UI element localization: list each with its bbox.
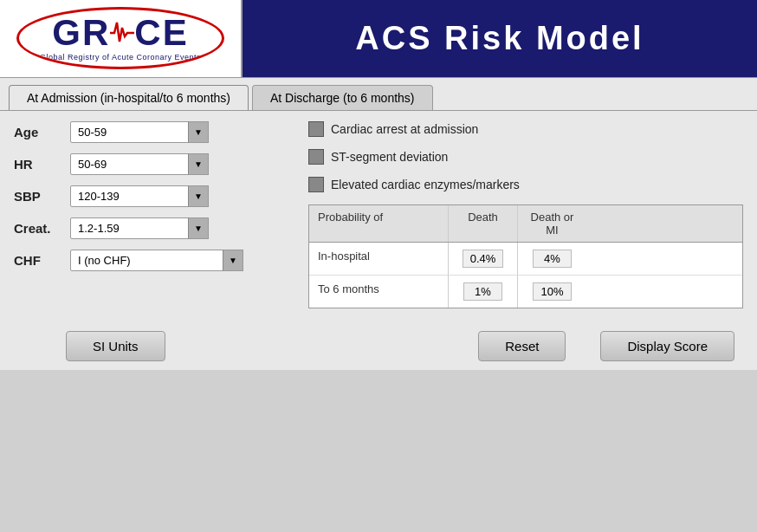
age-select-wrapper: 50-59 <40 40-49 60-69 70-79 80-89 >=90 ▼ [70,121,209,143]
cardiac-arrest-checkbox[interactable] [308,121,324,137]
creat-label: Creat. [14,221,70,236]
creat-select-wrapper: 1.2-1.59 0-0.39 0.4-0.79 0.8-1.19 1.6-1.… [70,217,209,239]
creat-row: Creat. 1.2-1.59 0-0.39 0.4-0.79 0.8-1.19… [14,217,291,239]
age-select[interactable]: 50-59 <40 40-49 60-69 70-79 80-89 >=90 [70,121,209,143]
prob-6months-death-mi-value: 10% [533,282,572,301]
creat-select[interactable]: 1.2-1.59 0-0.39 0.4-0.79 0.8-1.19 1.6-1.… [70,217,209,239]
bottom-bar: SI Units Reset Display Score [0,319,757,370]
prob-table-header: Probability of Death Death or MI [309,205,742,243]
logo-subtitle: Global Registry of Acute Coronary Events [40,53,201,62]
hr-select-wrapper: 50-69 <50 70-89 90-109 110-149 150-199 >… [70,153,209,175]
prob-inhospital-death-mi: 4% [517,243,586,275]
hr-select[interactable]: 50-69 <50 70-89 90-109 110-149 150-199 >… [70,153,209,175]
header: GR CE Global Registry of Acute Coronary … [0,0,757,78]
prob-inhospital-death: 0.4% [448,243,517,275]
sbp-row: SBP 120-139 <80 80-99 100-119 140-159 16… [14,185,291,207]
prob-header-col1: Probability of [309,205,448,242]
prob-row-inhospital-label: In-hospital [309,243,448,275]
prob-header-col2: Death [448,205,517,242]
app-title: ACS Risk Model [355,20,644,57]
prob-6months-death-mi: 10% [517,276,586,308]
content-grid: Age 50-59 <40 40-49 60-69 70-79 80-89 >=… [14,121,743,308]
reset-button[interactable]: Reset [478,331,566,361]
title-area: ACS Risk Model [243,0,757,77]
elevated-enzymes-row: Elevated cardiac enzymes/markers [308,177,743,192]
chf-label: CHF [14,253,70,268]
prob-row-6months: To 6 months 1% 10% [309,276,742,308]
right-buttons: Reset Display Score [461,331,743,361]
prob-inhospital-death-mi-value: 4% [533,250,572,268]
prob-row-6months-label: To 6 months [309,276,448,308]
tab-admission[interactable]: At Admission (in-hospital/to 6 months) [9,85,249,110]
st-segment-label: ST-segment deviation [331,150,448,164]
age-row: Age 50-59 <40 40-49 60-69 70-79 80-89 >=… [14,121,291,143]
prob-header-col3: Death or MI [517,205,586,242]
logo-area: GR CE Global Registry of Acute Coronary … [0,0,243,77]
left-panel: Age 50-59 <40 40-49 60-69 70-79 80-89 >=… [14,121,291,308]
sbp-select-wrapper: 120-139 <80 80-99 100-119 140-159 160-19… [70,185,209,207]
ecg-icon [110,16,134,47]
prob-6months-death: 1% [448,276,517,308]
tab-bar: At Admission (in-hospital/to 6 months) A… [0,78,757,110]
elevated-enzymes-checkbox[interactable] [308,177,324,192]
tab-content-admission: Age 50-59 <40 40-49 60-69 70-79 80-89 >=… [0,110,757,319]
sbp-label: SBP [14,189,70,204]
logo-grace-text: GR [52,15,110,51]
logo-oval: GR CE Global Registry of Acute Coronary … [16,7,224,69]
cardiac-arrest-label: Cardiac arrest at admission [331,122,478,136]
age-label: Age [14,125,70,139]
prob-6months-death-value: 1% [463,282,502,301]
elevated-enzymes-label: Elevated cardiac enzymes/markers [331,178,520,191]
si-units-button[interactable]: SI Units [66,331,165,361]
tab-discharge[interactable]: At Discharge (to 6 months) [252,85,433,110]
hr-label: HR [14,157,70,172]
hr-row: HR 50-69 <50 70-89 90-109 110-149 150-19… [14,153,291,175]
sbp-select[interactable]: 120-139 <80 80-99 100-119 140-159 160-19… [70,185,209,207]
main-content: At Admission (in-hospital/to 6 months) A… [0,78,757,370]
prob-row-inhospital: In-hospital 0.4% 4% [309,243,742,276]
chf-select-wrapper: I (no CHF) II III IV ▼ [70,250,243,271]
chf-row: CHF I (no CHF) II III IV ▼ [14,250,291,271]
st-segment-row: ST-segment deviation [308,149,743,165]
st-segment-checkbox[interactable] [308,149,324,165]
right-panel: Cardiac arrest at admission ST-segment d… [308,121,743,308]
probability-table: Probability of Death Death or MI In-hosp… [308,204,743,308]
logo-grace-text2: CE [134,15,188,51]
display-score-button[interactable]: Display Score [600,331,734,361]
chf-select[interactable]: I (no CHF) II III IV [70,250,243,271]
cardiac-arrest-row: Cardiac arrest at admission [308,121,743,137]
prob-inhospital-death-value: 0.4% [463,250,504,268]
